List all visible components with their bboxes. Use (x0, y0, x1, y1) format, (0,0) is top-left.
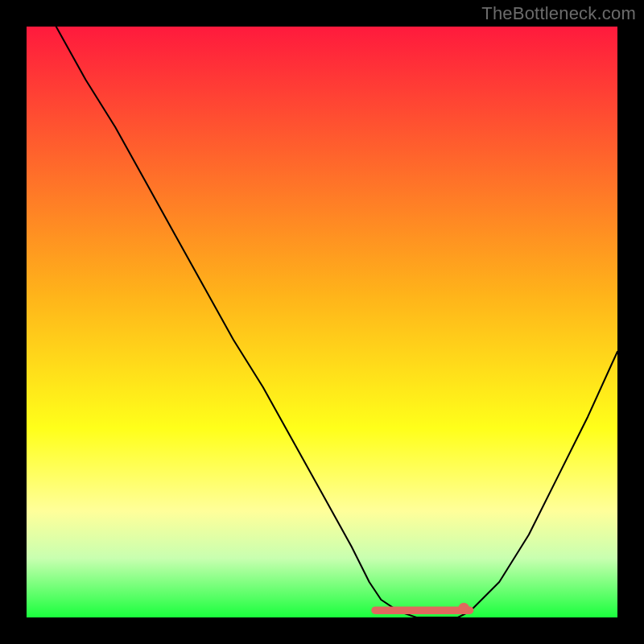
minimum-marker-dot (459, 603, 469, 613)
watermark-text: TheBottleneck.com (481, 3, 636, 24)
curve-layer (27, 27, 617, 617)
plot-area (27, 27, 617, 617)
chart-frame: TheBottleneck.com (0, 0, 644, 644)
bottleneck-curve-path (56, 27, 617, 617)
